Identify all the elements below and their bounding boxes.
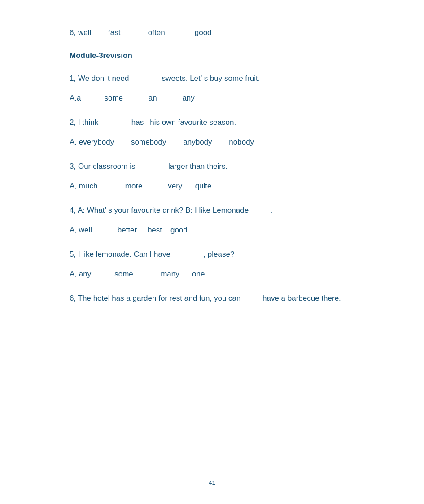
q2-number: 2, [70,118,76,127]
question-4: 4, A: What’ s your favourite drink? B: I… [70,205,354,217]
module-heading: Module-3revision [70,51,354,60]
q3-text-after: larger than theirs. [168,162,227,171]
page-number: 41 [209,479,215,486]
q1-opt-any: any [182,94,194,102]
q1-opt-a: A,a [70,94,81,102]
q5-opt-some: some [114,270,133,278]
q1-blank [132,73,159,85]
q5-opt-one: one [192,270,205,278]
q1-text-after: sweets. Let’ s buy some fruit. [162,74,260,83]
q4-number: 4, [70,206,76,215]
q1-opt-some: some [105,94,123,102]
q6-text-before: The hotel has a garden for rest and fun,… [78,294,241,302]
q3-options: A, much more very quite [70,180,354,192]
q2-text-after: has his own favourite season. [131,118,236,127]
q3-blank [138,161,165,173]
q2-text-before: I think [78,118,98,127]
q3-number: 3, [70,162,76,171]
q4-opt-good: good [170,226,188,234]
q2-opt-a: A, everybody [70,138,114,146]
q3-opt-quite: quite [195,182,212,190]
intro-line: 6, well fast often good [70,27,354,39]
intro-opt2: often [148,28,165,37]
q4-text-before: A: What’ s your favourite drink? B: I li… [78,206,249,215]
intro-label: 6, well [70,28,91,37]
q4-blank [252,205,267,217]
question-2: 2, I think has his own favourite season. [70,117,354,129]
q4-text-after: . [271,206,273,215]
q5-opt-a: A, any [70,270,91,278]
q6-number: 6, [70,294,76,302]
q5-options: A, any some many one [70,268,354,280]
q1-number: 1, [70,74,76,83]
q2-opt-anybody: anybody [183,138,212,146]
q6-text-after: have a barbecue there. [262,294,341,302]
q3-opt-more: more [125,182,143,190]
page: 6, well fast often good Module-3revision… [0,0,424,504]
q2-options: A, everybody somebody anybody nobody [70,136,354,148]
intro-opt1: fast [108,28,120,37]
q2-opt-somebody: somebody [131,138,166,146]
q1-opt-an: an [149,94,157,102]
q5-blank [174,249,201,261]
q5-text-after: , please? [203,250,234,259]
q6-blank [244,293,259,305]
q1-text-before: We don’ t need [78,74,129,83]
q4-opt-best: best [148,226,162,234]
q5-number: 5, [70,250,76,259]
q2-blank [101,117,128,129]
q4-opt-a: A, well [70,226,92,234]
question-1: 1, We don’ t need sweets. Let’ s buy som… [70,73,354,85]
q5-opt-many: many [161,270,179,278]
q3-opt-very: very [168,182,182,190]
q2-opt-nobody: nobody [229,138,254,146]
q4-options: A, well better best good [70,224,354,236]
q1-options: A,a some an any [70,92,354,104]
intro-opt3: good [195,28,212,37]
q4-opt-better: better [118,226,137,234]
question-6: 6, The hotel has a garden for rest and f… [70,293,354,305]
q3-text-before: Our classroom is [78,162,136,171]
question-3: 3, Our classroom is larger than theirs. [70,161,354,173]
q3-opt-a: A, much [70,182,97,190]
q5-text-before: I like lemonade. Can I have [78,250,170,259]
question-5: 5, I like lemonade. Can I have , please? [70,249,354,261]
